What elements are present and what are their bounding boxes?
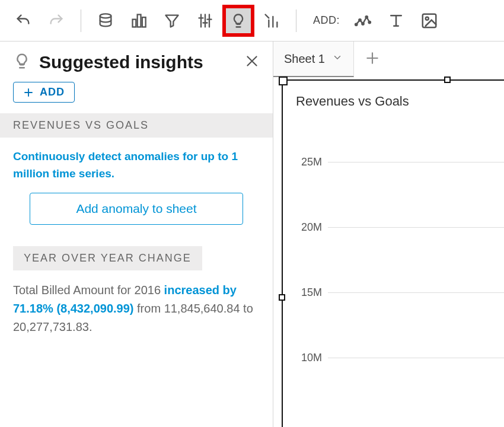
yoy-to-value: 20,277,731.83 bbox=[13, 320, 89, 333]
tab-label: Sheet 1 bbox=[284, 52, 325, 66]
suggested-insights-panel: Suggested insights ADD REVENUES VS GOALS… bbox=[0, 42, 273, 427]
yoy-from-label: from bbox=[134, 302, 164, 315]
add-image-icon[interactable] bbox=[417, 8, 442, 33]
y-tick-label: 20M bbox=[296, 221, 328, 234]
add-visual-icon[interactable] bbox=[350, 8, 375, 33]
chart-title: Revenues vs Goals bbox=[296, 94, 504, 109]
svg-point-10 bbox=[426, 17, 429, 20]
y-tick-label: 25M bbox=[296, 156, 328, 168]
y-tick-label: 10M bbox=[296, 352, 328, 364]
y-tick: 15M bbox=[296, 260, 504, 325]
svg-rect-3 bbox=[142, 17, 146, 27]
yoy-from-value: 11,845,640.84 bbox=[164, 302, 240, 315]
svg-point-0 bbox=[100, 14, 111, 18]
y-tick: 20M bbox=[296, 195, 504, 260]
svg-rect-2 bbox=[138, 14, 141, 27]
chart-visual[interactable]: Revenues vs Goals 25M 20M 15M 10M bbox=[282, 79, 504, 427]
y-tick: 10M bbox=[296, 325, 504, 390]
section-header-yoy: YEAR OVER YEAR CHANGE bbox=[13, 246, 202, 270]
resize-handle-top[interactable] bbox=[444, 77, 451, 83]
redo-icon[interactable] bbox=[44, 8, 69, 33]
filter-icon[interactable] bbox=[160, 8, 184, 33]
panel-title: Suggested insights bbox=[39, 52, 244, 72]
close-icon[interactable] bbox=[244, 53, 260, 71]
add-anomaly-button[interactable]: Add anomaly to sheet bbox=[30, 193, 243, 225]
add-insight-label: ADD bbox=[40, 86, 65, 98]
yoy-prefix: Total Billed Amount for 2016 bbox=[13, 283, 164, 297]
undo-icon[interactable] bbox=[11, 8, 36, 33]
visual-types-icon[interactable] bbox=[126, 8, 151, 33]
parameters-icon[interactable] bbox=[193, 8, 218, 33]
yoy-to-label: to bbox=[240, 302, 253, 315]
sheet-area: Sheet 1 Revenues vs Goals 25M 20M 15M 10… bbox=[273, 42, 504, 427]
yoy-insight-text: Total Billed Amount for 2016 increased b… bbox=[0, 281, 273, 336]
data-source-icon[interactable] bbox=[93, 8, 118, 33]
add-sheet-button[interactable] bbox=[365, 50, 380, 68]
y-tick-label: 15M bbox=[296, 286, 328, 299]
toolbar-add-label: ADD: bbox=[313, 14, 340, 27]
toolbar-separator bbox=[81, 9, 81, 32]
insights-icon[interactable] bbox=[226, 8, 251, 33]
section-header-revenues: REVENUES VS GOALS bbox=[0, 113, 273, 138]
themes-icon[interactable] bbox=[259, 8, 284, 33]
y-axis: 25M 20M 15M 10M bbox=[296, 129, 504, 390]
tab-sheet-1[interactable]: Sheet 1 bbox=[273, 42, 354, 77]
toolbar: ADD: bbox=[0, 0, 504, 42]
resize-handle-left[interactable] bbox=[279, 294, 285, 301]
yoy-suffix: . bbox=[89, 320, 92, 333]
toolbar-separator bbox=[296, 9, 296, 32]
add-text-icon[interactable] bbox=[384, 8, 409, 33]
anomaly-promo-text: Continuously detect anomalies for up to … bbox=[0, 148, 273, 193]
lightbulb-icon bbox=[13, 52, 31, 72]
chevron-down-icon[interactable] bbox=[332, 52, 343, 66]
sheet-tabs: Sheet 1 bbox=[273, 42, 504, 77]
add-insight-button[interactable]: ADD bbox=[13, 82, 75, 103]
svg-rect-1 bbox=[133, 19, 136, 27]
svg-rect-9 bbox=[423, 14, 436, 27]
y-tick: 25M bbox=[296, 129, 504, 195]
